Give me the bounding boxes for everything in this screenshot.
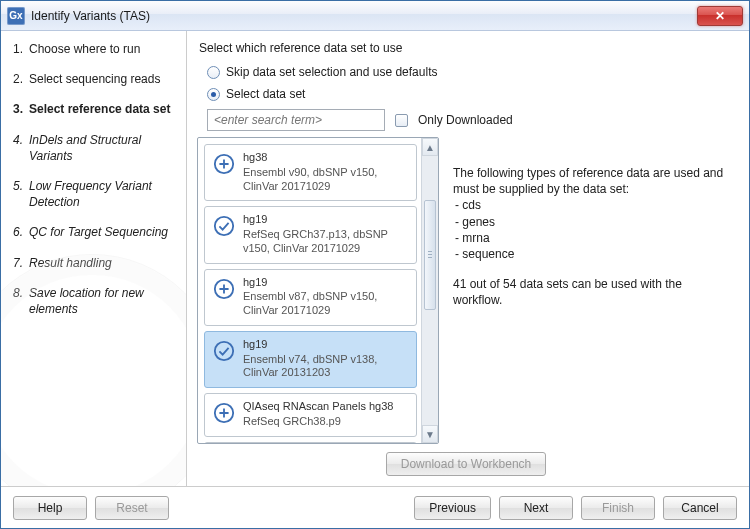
dataset-name: hg19 [243,338,408,352]
info-type: - mrna [455,230,729,246]
wizard-step-4[interactable]: 4.InDels and Structural Variants [13,132,176,164]
wizard-step-2[interactable]: 2.Select sequencing reads [13,71,176,87]
radio-select-dataset[interactable]: Select data set [207,87,735,101]
dataset-item[interactable]: hg19Ensembl v87, dbSNP v150, ClinVar 201… [204,269,417,326]
help-button[interactable]: Help [13,496,87,520]
main-panel: Select which reference data set to use S… [187,31,749,486]
step-label: Select sequencing reads [29,71,160,87]
wizard-step-3[interactable]: 3.Select reference data set [13,101,176,117]
step-label: QC for Target Sequencing [29,224,168,240]
wizard-steps: 1.Choose where to run 2.Select sequencin… [1,31,187,486]
close-icon: ✕ [715,9,725,23]
wizard-step-8[interactable]: 8.Save location for new elements [13,285,176,317]
dataset-item[interactable]: QIAseq DNA Panels hg19Ensembl v74 [204,442,417,444]
dataset-item[interactable]: QIAseq RNAscan Panels hg38RefSeq GRCh38.… [204,393,417,437]
scroll-thumb[interactable] [424,200,436,310]
check-circle-icon [213,215,235,237]
scrollbar[interactable]: ▲ ▼ [421,138,438,443]
svg-point-7 [215,342,233,360]
close-button[interactable]: ✕ [697,6,743,26]
finish-button[interactable]: Finish [581,496,655,520]
dialog-body: 1.Choose where to run 2.Select sequencin… [1,31,749,486]
only-downloaded-checkbox[interactable] [395,114,408,127]
dataset-desc: RefSeq GRCh38.p9 [243,415,408,429]
step-number: 2. [13,71,29,87]
step-number: 4. [13,132,29,164]
info-panel: The following types of reference data ar… [445,137,735,444]
dataset-name: hg38 [243,151,408,165]
dataset-list-body[interactable]: hg38Ensembl v90, dbSNP v150, ClinVar 201… [198,138,421,443]
search-placeholder: <enter search term> [214,113,322,127]
dataset-name: QIAseq RNAscan Panels hg38 [243,400,408,414]
dataset-desc: Ensembl v74, dbSNP v138, ClinVar 2013120… [243,353,408,381]
scroll-up-icon[interactable]: ▲ [422,138,438,156]
radio-icon [207,66,220,79]
radio-label: Skip data set selection and use defaults [226,65,437,79]
radio-label: Select data set [226,87,305,101]
step-number: 7. [13,255,29,271]
step-label: Low Frequency Variant Detection [29,178,176,210]
info-type: - sequence [455,246,729,262]
radio-icon [207,88,220,101]
next-button[interactable]: Next [499,496,573,520]
info-intro: The following types of reference data ar… [453,165,729,197]
radio-dot-icon [211,92,216,97]
dataset-desc: RefSeq GRCh37.p13, dbSNP v150, ClinVar 2… [243,228,408,256]
cancel-button[interactable]: Cancel [663,496,737,520]
info-summary: 41 out of 54 data sets can be used with … [453,276,729,308]
info-type: - genes [455,214,729,230]
plus-circle-icon [213,153,235,175]
info-type: - cds [455,197,729,213]
scroll-down-icon[interactable]: ▼ [422,425,438,443]
dataset-name: hg19 [243,213,408,227]
step-number: 8. [13,285,29,317]
dataset-desc: Ensembl v87, dbSNP v150, ClinVar 2017102… [243,290,408,318]
dataset-list: hg38Ensembl v90, dbSNP v150, ClinVar 201… [197,137,439,444]
check-circle-icon [213,340,235,362]
previous-button[interactable]: Previous [414,496,491,520]
step-label: Save location for new elements [29,285,176,317]
footer: Help Reset Previous Next Finish Cancel [1,486,749,528]
download-row: Download to Workbench [197,444,735,480]
content-split: hg38Ensembl v90, dbSNP v150, ClinVar 201… [197,137,735,444]
step-number: 3. [13,101,29,117]
svg-point-3 [215,217,233,235]
radio-skip-defaults[interactable]: Skip data set selection and use defaults [207,65,735,79]
step-label: Select reference data set [29,101,170,117]
step-label: InDels and Structural Variants [29,132,176,164]
search-row: <enter search term> Only Downloaded [207,109,735,131]
dataset-item[interactable]: hg38Ensembl v90, dbSNP v150, ClinVar 201… [204,144,417,201]
panel-heading: Select which reference data set to use [199,41,735,55]
dialog-window: Gx Identify Variants (TAS) ✕ 1.Choose wh… [0,0,750,529]
search-input[interactable]: <enter search term> [207,109,385,131]
dataset-name: hg19 [243,276,408,290]
reset-button[interactable]: Reset [95,496,169,520]
step-label: Result handling [29,255,112,271]
titlebar[interactable]: Gx Identify Variants (TAS) ✕ [1,1,749,31]
plus-circle-icon [213,402,235,424]
wizard-step-1[interactable]: 1.Choose where to run [13,41,176,57]
wizard-step-5[interactable]: 5.Low Frequency Variant Detection [13,178,176,210]
dataset-item[interactable]: hg19RefSeq GRCh37.p13, dbSNP v150, ClinV… [204,206,417,263]
dataset-desc: Ensembl v90, dbSNP v150, ClinVar 2017102… [243,166,408,194]
dataset-item[interactable]: hg19Ensembl v74, dbSNP v138, ClinVar 201… [204,331,417,388]
app-icon: Gx [7,7,25,25]
wizard-step-7[interactable]: 7.Result handling [13,255,176,271]
step-number: 1. [13,41,29,57]
plus-circle-icon [213,278,235,300]
step-number: 5. [13,178,29,210]
step-number: 6. [13,224,29,240]
only-downloaded-label: Only Downloaded [418,113,513,127]
wizard-step-6[interactable]: 6.QC for Target Sequencing [13,224,176,240]
window-title: Identify Variants (TAS) [31,9,697,23]
download-button[interactable]: Download to Workbench [386,452,547,476]
step-label: Choose where to run [29,41,140,57]
